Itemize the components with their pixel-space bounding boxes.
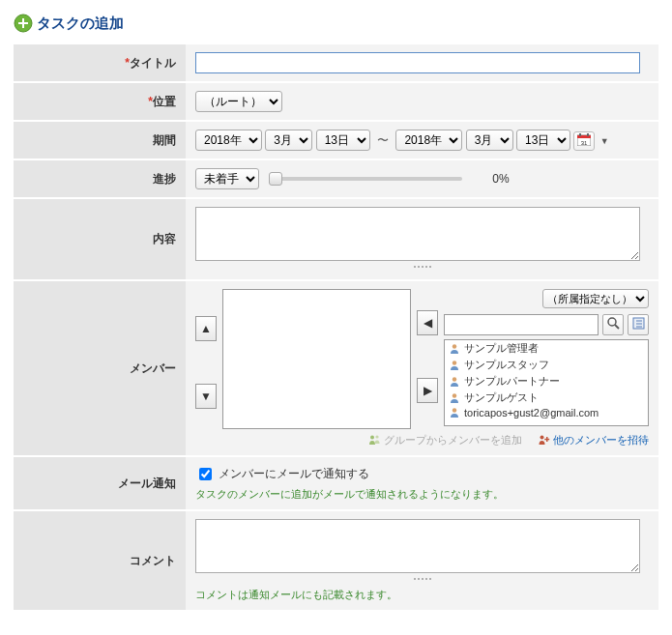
member-search-button[interactable]: [602, 314, 624, 335]
svg-rect-6: [587, 133, 589, 136]
add-from-group-label: グループからメンバーを追加: [384, 433, 522, 447]
label-progress: 進捗: [14, 159, 186, 198]
textarea-resize-handle[interactable]: [403, 578, 442, 584]
calendar-dropdown-icon[interactable]: ▼: [600, 136, 609, 146]
svg-text:31: 31: [581, 139, 588, 145]
svg-rect-23: [544, 438, 549, 440]
period-separator: 〜: [377, 133, 389, 147]
person-icon: [449, 407, 460, 419]
progress-percent: 0%: [472, 172, 530, 186]
selected-members-listbox[interactable]: [222, 289, 411, 429]
svg-line-9: [615, 325, 619, 329]
svg-point-15: [453, 361, 456, 364]
move-up-button[interactable]: ▲: [195, 316, 217, 341]
textarea-resize-handle[interactable]: [403, 266, 442, 272]
label-mail-notify: メール通知: [14, 456, 186, 510]
invite-others-label: 他のメンバーを招待: [553, 433, 649, 447]
position-select[interactable]: （ルート）: [195, 91, 282, 112]
candidate-name: サンプルパートナー: [464, 374, 560, 389]
member-filter-select[interactable]: （所属指定なし）: [542, 289, 649, 308]
svg-rect-5: [579, 133, 581, 136]
person-icon: [449, 360, 460, 371]
label-member: メンバー: [14, 280, 186, 456]
svg-point-19: [370, 435, 374, 439]
content-textarea[interactable]: [195, 207, 640, 261]
end-year-select[interactable]: 2018年: [395, 130, 462, 151]
search-icon: [607, 317, 620, 332]
start-year-select[interactable]: 2018年: [195, 130, 262, 151]
label-position: *位置: [14, 82, 186, 121]
start-day-select[interactable]: 13日: [316, 130, 370, 151]
progress-slider[interactable]: [269, 177, 462, 181]
label-content: 内容: [14, 198, 186, 280]
people-plus-icon: [538, 434, 550, 447]
candidate-item[interactable]: サンプル管理者: [445, 340, 648, 357]
calendar-button[interactable]: 31: [573, 131, 595, 151]
svg-point-17: [453, 393, 456, 397]
mail-notify-note: タスクのメンバーに追加がメールで通知されるようになります。: [195, 487, 649, 502]
comment-textarea[interactable]: [195, 519, 640, 573]
svg-point-20: [375, 435, 378, 438]
page-title-text: タスクの追加: [37, 14, 124, 33]
label-comment: コメント: [14, 510, 186, 610]
end-month-select[interactable]: 3月: [466, 130, 513, 151]
calendar-icon: 31: [577, 133, 591, 149]
mail-notify-text: メンバーにメールで通知する: [219, 466, 369, 482]
person-icon: [449, 343, 460, 355]
person-icon: [449, 376, 460, 388]
candidate-item[interactable]: toricapos+gust2@gmail.com: [445, 406, 648, 419]
remove-member-button[interactable]: ▶: [417, 378, 438, 403]
candidate-members-listbox[interactable]: サンプル管理者サンプルスタッフサンプルパートナーサンプルゲストtoricapos…: [444, 339, 649, 426]
label-period: 期間: [14, 121, 186, 159]
comment-note: コメントは通知メールにも記載されます。: [195, 588, 649, 602]
candidate-item[interactable]: サンプルゲスト: [445, 390, 648, 406]
svg-point-14: [453, 344, 456, 348]
person-icon: [449, 392, 460, 404]
start-month-select[interactable]: 3月: [265, 130, 312, 151]
candidate-name: toricapos+gust2@gmail.com: [464, 407, 599, 419]
address-book-button[interactable]: [628, 314, 649, 335]
end-day-select[interactable]: 13日: [516, 130, 570, 151]
member-search-input[interactable]: [444, 314, 599, 335]
svg-rect-2: [18, 22, 28, 24]
plus-circle-icon: [14, 14, 33, 33]
people-icon: [368, 434, 381, 447]
candidate-name: サンプルゲスト: [464, 390, 539, 405]
candidate-item[interactable]: サンプルスタッフ: [445, 357, 648, 373]
candidate-name: サンプルスタッフ: [464, 358, 549, 372]
form-table: *タイトル *位置 （ルート） 期間 2018年 3月 13日 〜 2018年: [14, 43, 658, 610]
svg-point-8: [608, 318, 616, 326]
svg-point-21: [541, 435, 544, 439]
progress-status-select[interactable]: 未着手: [195, 168, 259, 189]
page-title: タスクの追加: [14, 14, 658, 33]
svg-point-18: [453, 408, 456, 412]
title-input[interactable]: [195, 52, 640, 73]
move-down-button[interactable]: ▼: [195, 384, 217, 409]
svg-point-16: [453, 377, 456, 381]
invite-others-link[interactable]: 他のメンバーを招待: [538, 433, 649, 447]
label-title: *タイトル: [14, 43, 186, 82]
progress-slider-thumb[interactable]: [269, 172, 282, 186]
mail-notify-checkbox[interactable]: [199, 468, 212, 480]
add-member-button[interactable]: ◀: [417, 310, 438, 335]
add-from-group-link: グループからメンバーを追加: [368, 433, 522, 447]
candidate-item[interactable]: サンプルパートナー: [445, 373, 648, 390]
candidate-name: サンプル管理者: [464, 341, 539, 356]
mail-notify-label[interactable]: メンバーにメールで通知する: [195, 465, 649, 483]
address-book-icon: [632, 317, 645, 332]
